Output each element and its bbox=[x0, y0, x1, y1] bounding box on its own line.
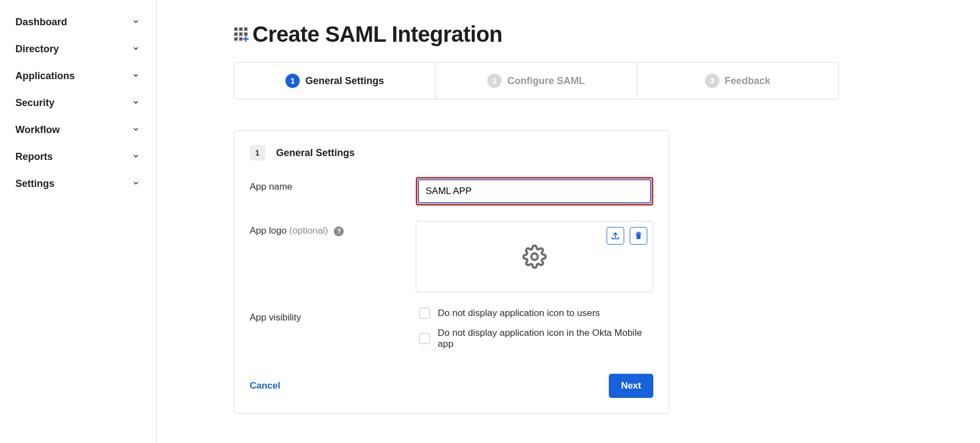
app-grid-plus-icon bbox=[234, 27, 249, 42]
label-app-logo-text: App logo bbox=[250, 225, 289, 236]
step-label: Configure SAML bbox=[507, 75, 585, 87]
svg-rect-6 bbox=[234, 37, 238, 41]
step-label: General Settings bbox=[305, 75, 384, 87]
page-header: Create SAML Integration bbox=[234, 22, 947, 47]
sidebar-item-label: Applications bbox=[15, 70, 75, 82]
section-title: General Settings bbox=[276, 147, 355, 159]
app-name-highlight bbox=[416, 177, 653, 206]
form-card: 1 General Settings App name App logo (op… bbox=[234, 130, 669, 414]
checkbox-label: Do not display application icon in the O… bbox=[438, 328, 653, 350]
chevron-down-icon bbox=[132, 45, 140, 54]
next-button[interactable]: Next bbox=[609, 374, 653, 398]
chevron-down-icon bbox=[132, 18, 140, 27]
svg-rect-12 bbox=[637, 232, 640, 233]
sidebar-item-settings[interactable]: Settings bbox=[0, 170, 156, 197]
svg-rect-0 bbox=[234, 27, 238, 31]
label-app-logo: App logo (optional) ? bbox=[250, 221, 416, 236]
chevron-down-icon bbox=[132, 125, 140, 135]
sidebar-item-reports[interactable]: Reports bbox=[0, 143, 156, 170]
sidebar-item-label: Workflow bbox=[15, 124, 60, 136]
chevron-down-icon bbox=[132, 98, 140, 108]
step-label: Feedback bbox=[725, 75, 770, 87]
stepper: 1 General Settings 2 Configure SAML 3 Fe… bbox=[234, 62, 839, 99]
chevron-down-icon bbox=[132, 71, 140, 81]
svg-rect-11 bbox=[636, 233, 642, 234]
row-app-name: App name bbox=[250, 177, 653, 206]
checkbox-hide-mobile[interactable] bbox=[419, 333, 430, 344]
svg-rect-5 bbox=[244, 32, 247, 36]
svg-rect-7 bbox=[239, 37, 243, 41]
svg-rect-4 bbox=[239, 32, 243, 36]
logo-upload-box bbox=[416, 221, 653, 292]
sidebar: Dashboard Directory Applications Securit… bbox=[0, 0, 157, 443]
sidebar-item-workflow[interactable]: Workflow bbox=[0, 117, 156, 143]
sidebar-item-applications[interactable]: Applications bbox=[0, 63, 156, 90]
svg-rect-3 bbox=[234, 32, 238, 36]
chevron-down-icon bbox=[132, 152, 140, 162]
visibility-option-mobile: Do not display application icon in the O… bbox=[419, 328, 653, 350]
page-title: Create SAML Integration bbox=[252, 22, 503, 47]
step-badge: 3 bbox=[705, 74, 719, 88]
step-general-settings[interactable]: 1 General Settings bbox=[234, 63, 436, 99]
label-app-visibility: App visibility bbox=[250, 308, 419, 323]
label-app-name: App name bbox=[250, 177, 416, 192]
row-app-logo: App logo (optional) ? bbox=[250, 221, 653, 292]
upload-button[interactable] bbox=[607, 227, 624, 245]
delete-button[interactable] bbox=[630, 227, 647, 245]
svg-point-13 bbox=[531, 253, 538, 260]
step-badge: 2 bbox=[487, 74, 502, 88]
gear-icon bbox=[522, 245, 547, 269]
step-badge: 1 bbox=[285, 74, 300, 88]
svg-rect-1 bbox=[239, 27, 243, 31]
sidebar-item-label: Directory bbox=[15, 43, 59, 55]
checkbox-label: Do not display application icon to users bbox=[438, 308, 600, 319]
sidebar-item-security[interactable]: Security bbox=[0, 90, 156, 117]
section-header: 1 General Settings bbox=[250, 145, 653, 160]
sidebar-item-dashboard[interactable]: Dashboard bbox=[0, 9, 156, 36]
sidebar-item-directory[interactable]: Directory bbox=[0, 36, 156, 63]
cancel-button[interactable]: Cancel bbox=[250, 380, 280, 391]
svg-rect-2 bbox=[244, 27, 247, 31]
step-configure-saml[interactable]: 2 Configure SAML bbox=[436, 63, 637, 99]
row-app-visibility: App visibility Do not display applicatio… bbox=[250, 308, 653, 358]
step-feedback[interactable]: 3 Feedback bbox=[637, 63, 838, 99]
section-number: 1 bbox=[250, 145, 265, 160]
sidebar-item-label: Settings bbox=[15, 178, 54, 190]
checkbox-hide-users[interactable] bbox=[419, 308, 430, 319]
sidebar-item-label: Reports bbox=[15, 151, 53, 163]
sidebar-item-label: Security bbox=[15, 97, 54, 109]
app-name-input[interactable] bbox=[418, 179, 651, 203]
sidebar-item-label: Dashboard bbox=[15, 16, 67, 28]
help-icon[interactable]: ? bbox=[334, 226, 344, 236]
card-footer: Cancel Next bbox=[250, 374, 653, 398]
visibility-option-users: Do not display application icon to users bbox=[419, 308, 653, 319]
chevron-down-icon bbox=[132, 179, 140, 189]
label-optional: (optional) bbox=[289, 225, 328, 236]
main-content: Create SAML Integration 1 General Settin… bbox=[157, 0, 980, 443]
